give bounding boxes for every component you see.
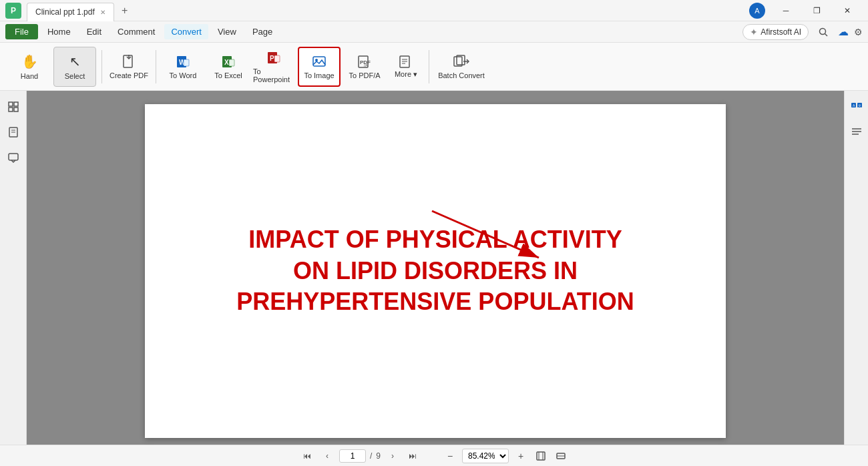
svg-text:X: X (224, 59, 229, 66)
right-sidebar-text-icon[interactable] (846, 122, 867, 143)
more-button[interactable]: More ▾ (389, 47, 423, 87)
batch-convert-button[interactable]: Batch Convert (435, 47, 488, 87)
text-align-icon (851, 126, 863, 138)
title-line-3: PREHYPERTENSIVE POPULATION (236, 286, 634, 318)
sidebar-thumbnail-icon[interactable] (3, 96, 24, 118)
document-tab[interactable]: Clinical ppt 1.pdf ✕ (27, 3, 114, 21)
to-excel-button[interactable]: X To Excel (207, 47, 250, 87)
svg-rect-27 (9, 107, 13, 111)
select-tool-button[interactable]: ↖ Select (53, 47, 96, 87)
page-separator: / (370, 451, 372, 461)
svg-text:P: P (270, 55, 274, 62)
page-number-input[interactable]: 1 (339, 449, 366, 463)
translate-icon: A 文 (851, 101, 863, 113)
first-page-button[interactable]: ⏮ (299, 448, 315, 464)
to-powerpoint-icon: P (266, 50, 281, 65)
right-sidebar-translate-icon[interactable]: A 文 (846, 96, 867, 118)
to-word-label: To Word (170, 71, 197, 79)
hand-label: Hand (21, 72, 38, 80)
svg-rect-6 (184, 59, 189, 66)
last-page-button[interactable]: ⏭ (405, 448, 421, 464)
fit-width-button[interactable] (553, 448, 569, 464)
sidebar-comment-icon[interactable] (3, 147, 24, 168)
zoom-select[interactable]: 85.42% 50% 75% 100% 125% 150% (462, 449, 509, 463)
restore-button[interactable]: ❐ (801, 0, 832, 21)
toolbar-separator-2 (156, 50, 156, 83)
svg-text:文: 文 (858, 103, 861, 107)
status-bar-center: ⏮ ‹ 1 / 9 › ⏭ − 85.42% 50% 75% 100% 125%… (8, 448, 860, 464)
menu-comment[interactable]: Comment (111, 24, 162, 39)
svg-rect-28 (14, 107, 18, 111)
batch-convert-icon (453, 54, 469, 69)
to-excel-icon: X (221, 54, 236, 69)
title-bar: P Clinical ppt 1.pdf ✕ + A ─ ❐ ✕ (0, 0, 868, 21)
app-logo: P (5, 3, 21, 19)
close-button[interactable]: ✕ (832, 0, 863, 21)
svg-point-0 (820, 28, 826, 34)
bookmark-icon (7, 126, 19, 138)
zoom-out-button[interactable]: − (442, 448, 458, 464)
more-icon (399, 54, 413, 69)
svg-text:/A: /A (364, 63, 368, 67)
page-total: 9 (376, 451, 381, 461)
to-powerpoint-button[interactable]: P To Powerpoint (252, 47, 295, 87)
svg-rect-32 (9, 154, 18, 160)
svg-line-1 (825, 33, 828, 36)
thumbnail-icon (7, 101, 19, 113)
user-avatar: A (749, 3, 765, 19)
svg-rect-9 (229, 59, 234, 66)
to-pdfa-icon: PDF /A (357, 54, 372, 69)
fit-width-icon (556, 451, 566, 461)
create-pdf-label: Create PDF (110, 71, 148, 79)
to-pdfa-button[interactable]: PDF /A To PDF/A (343, 47, 386, 87)
select-icon: ↖ (69, 53, 81, 69)
toolbar-separator-3 (429, 50, 429, 83)
status-bar: ⏮ ‹ 1 / 9 › ⏭ − 85.42% 50% 75% 100% 125%… (0, 445, 868, 466)
ai-star-icon: ✦ (750, 27, 758, 37)
ai-button[interactable]: ✦ Afirstsoft AI (742, 24, 809, 40)
create-pdf-icon (122, 54, 136, 69)
to-powerpoint-label: To Powerpoint (253, 67, 294, 83)
batch-convert-label: Batch Convert (438, 71, 485, 79)
more-label: More ▾ (395, 70, 417, 79)
document-area: IMPACT OF PHYSICAL ACTIVITY ON LIPID DIS… (27, 91, 844, 445)
menu-page[interactable]: Page (246, 24, 279, 39)
to-word-icon: W (176, 54, 190, 69)
menu-view[interactable]: View (211, 24, 243, 39)
prev-page-button[interactable]: ‹ (319, 448, 335, 464)
to-pdfa-label: To PDF/A (349, 71, 380, 79)
to-image-button[interactable]: To Image (298, 47, 341, 87)
fit-page-button[interactable] (533, 448, 549, 464)
file-menu[interactable]: File (5, 24, 38, 39)
cloud-icon[interactable]: ☁ (838, 25, 849, 38)
menu-bar: File Home Edit Comment Convert View Page… (0, 21, 868, 43)
minimize-button[interactable]: ─ (771, 0, 801, 21)
menu-convert[interactable]: Convert (164, 24, 208, 39)
menu-home[interactable]: Home (41, 24, 77, 39)
to-excel-label: To Excel (214, 71, 242, 79)
menu-bar-right: ✦ Afirstsoft AI ☁ ⚙ (742, 23, 863, 41)
to-word-button[interactable]: W To Word (162, 47, 204, 87)
comment-icon (7, 152, 19, 164)
select-label: Select (65, 72, 85, 80)
tab-title: Clinical ppt 1.pdf (35, 7, 95, 17)
search-button[interactable] (814, 23, 833, 41)
add-tab-button[interactable]: + (118, 4, 132, 17)
ai-label: Afirstsoft AI (761, 27, 801, 37)
sidebar-bookmark-icon[interactable] (3, 122, 24, 143)
next-page-button[interactable]: › (385, 448, 401, 464)
menu-edit[interactable]: Edit (80, 24, 108, 39)
right-sidebar: A 文 (844, 91, 868, 445)
svg-rect-26 (14, 102, 18, 106)
hand-icon: ✋ (21, 53, 38, 69)
zoom-in-button[interactable]: + (513, 448, 529, 464)
document-page: IMPACT OF PHYSICAL ACTIVITY ON LIPID DIS… (145, 104, 726, 438)
tab-close-button[interactable]: ✕ (100, 9, 105, 16)
settings-icon[interactable]: ⚙ (854, 27, 863, 37)
hand-tool-button[interactable]: ✋ Hand (8, 47, 51, 87)
left-sidebar (0, 91, 27, 445)
svg-rect-25 (9, 102, 13, 106)
to-image-label: To Image (304, 71, 334, 79)
create-pdf-button[interactable]: Create PDF (107, 47, 150, 87)
toolbar: ✋ Hand ↖ Select Create PDF W To Word X (0, 43, 868, 91)
